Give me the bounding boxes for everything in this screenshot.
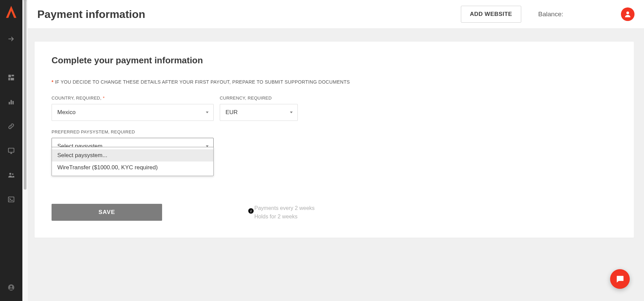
- sidebar-item-account[interactable]: [0, 277, 22, 298]
- svg-point-13: [626, 12, 629, 14]
- link-icon: [7, 123, 15, 130]
- content: Complete your payment information *IF YO…: [28, 29, 644, 301]
- sidebar-bottom: [0, 277, 22, 298]
- group-paysystem: PREFERRED PAYSYSTEM, REQUIRED Select pay…: [52, 129, 214, 155]
- currency-select-value: EUR: [226, 109, 238, 116]
- bar-chart-icon: [7, 98, 15, 106]
- save-button[interactable]: SAVE: [52, 204, 162, 221]
- row-paysystem: PREFERRED PAYSYSTEM, REQUIRED Select pay…: [52, 129, 617, 155]
- dashboard-icon: [7, 74, 15, 81]
- monitor-icon: [7, 147, 15, 154]
- svg-rect-6: [13, 101, 14, 104]
- terminal-icon: [7, 196, 15, 203]
- label-country: COUNTRY, REQUIRED, *: [52, 95, 214, 101]
- group-currency: CURRENCY, REQUIRED EUR: [220, 95, 298, 121]
- svg-rect-7: [8, 148, 14, 152]
- scroll-strip[interactable]: [22, 0, 28, 301]
- users-icon: [7, 171, 15, 179]
- brand-logo[interactable]: [0, 0, 22, 24]
- header: Payment information ADD WEBSITE Balance:: [28, 0, 644, 29]
- chevron-down-icon: [206, 112, 209, 113]
- schedule-line-2: Holds for 2 weeks: [254, 213, 315, 221]
- group-country: COUNTRY, REQUIRED, * Mexico: [52, 95, 214, 121]
- payout-schedule: Payments every 2 weeks Holds for 2 weeks: [254, 204, 315, 221]
- sidebar-item-dashboard[interactable]: [0, 66, 22, 89]
- card-title: Complete your payment information: [52, 55, 617, 66]
- balance-label: Balance:: [538, 10, 563, 18]
- page-title: Payment information: [37, 8, 145, 21]
- country-select[interactable]: Mexico: [52, 104, 214, 121]
- main-area: Payment information ADD WEBSITE Balance:…: [28, 0, 644, 301]
- scroll-thumb[interactable]: [24, 0, 26, 190]
- change-warning-text: IF YOU DECIDE TO CHANGE THESE DETAILS AF…: [55, 79, 350, 85]
- sidebar-item-console[interactable]: [0, 188, 22, 211]
- sidebar-item-stats[interactable]: [0, 90, 22, 114]
- svg-rect-10: [8, 197, 14, 202]
- logo-a-icon: [5, 5, 17, 19]
- label-paysystem: PREFERRED PAYSYSTEM, REQUIRED: [52, 129, 214, 134]
- person-icon: [624, 10, 632, 18]
- sidebar-nav: [0, 27, 22, 211]
- svg-point-9: [12, 173, 13, 175]
- info-icon[interactable]: i: [248, 208, 254, 214]
- sidebar-item-links[interactable]: [0, 114, 22, 138]
- country-select-value: Mexico: [57, 109, 76, 116]
- svg-point-12: [10, 286, 12, 288]
- svg-rect-1: [12, 75, 14, 77]
- label-currency: CURRENCY, REQUIRED: [220, 95, 298, 101]
- svg-rect-2: [8, 78, 10, 80]
- sidebar: [0, 0, 22, 301]
- svg-rect-0: [8, 75, 11, 77]
- payment-info-card: Complete your payment information *IF YO…: [35, 42, 634, 238]
- sidebar-item-goto[interactable]: [0, 27, 22, 51]
- change-warning: *IF YOU DECIDE TO CHANGE THESE DETAILS A…: [52, 79, 617, 85]
- svg-rect-4: [9, 102, 10, 104]
- asterisk-icon: *: [52, 79, 54, 85]
- paysystem-option-wire[interactable]: WireTransfer ($1000.00, KYC required): [52, 162, 213, 174]
- account-circle-icon: [7, 284, 15, 291]
- row-country-currency: COUNTRY, REQUIRED, * Mexico CURRENCY, RE…: [52, 95, 617, 121]
- arrow-right-icon: [7, 35, 15, 43]
- currency-select[interactable]: EUR: [220, 104, 298, 121]
- svg-point-8: [9, 173, 11, 175]
- sidebar-item-users[interactable]: [0, 163, 22, 187]
- user-avatar[interactable]: [621, 7, 635, 21]
- add-website-button[interactable]: ADD WEBSITE: [461, 6, 522, 23]
- schedule-line-1: Payments every 2 weeks: [254, 204, 315, 213]
- paysystem-dropdown: Select paysystem... WireTransfer ($1000.…: [52, 147, 214, 176]
- svg-rect-3: [11, 78, 14, 80]
- chat-fab[interactable]: [610, 269, 630, 289]
- chat-icon: [615, 274, 625, 284]
- sidebar-item-websites[interactable]: [0, 139, 22, 163]
- svg-rect-5: [11, 100, 12, 105]
- paysystem-option-placeholder[interactable]: Select paysystem...: [52, 149, 213, 162]
- chevron-down-icon: [290, 112, 293, 113]
